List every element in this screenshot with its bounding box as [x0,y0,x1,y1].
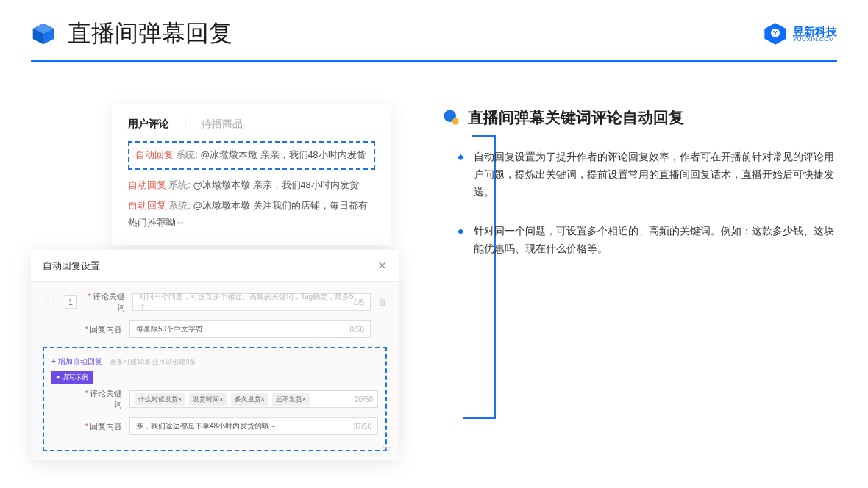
keyword-tag[interactable]: 多久发货× [231,393,268,406]
system-label: 系统: [176,150,197,160]
system-label: 系统: [168,180,190,190]
content-label: *回复内容 [81,324,122,335]
auto-reply-badge: 自动回复 [128,180,166,190]
settings-title: 自动回复设置 [43,259,100,273]
bullet-item: 自动回复设置为了提升作者的评论回复效率，作者可在开播前针对常见的评论用户问题，提… [458,148,837,201]
eg-content-label: *回复内容 [81,421,122,432]
brand-block: Y 昱新科技 YUUXIN.COM [764,22,837,46]
header-divider [31,60,837,62]
comment-row: 自动回复 系统: @冰墩墩本墩 亲亲，我们48小时内发货 [128,177,375,194]
comment-panel: 用户评论 | 待播商品 自动回复 系统: @冰墩墩本墩 亲亲，我们48小时内发货… [112,104,391,245]
auto-reply-badge: 自动回复 [135,150,174,160]
example-block: + 增加自动回复 最多可建10条 还可以创建9条 ● 填写示例 *评论关键词 什… [43,347,387,451]
keyword-label: *评论关键词 [84,291,125,313]
page-title: 直播间弹幕回复 [68,18,232,50]
add-hint: 最多可建10条 还可以创建9条 [110,358,196,365]
comment-row: 自动回复 系统: @冰墩墩本墩 关注我们的店铺，每日都有热门推荐呦～ [128,198,375,231]
section-title: 直播间弹幕关键词评论自动回复 [468,107,684,128]
page-header: 直播间弹幕回复 Y 昱新科技 YUUXIN.COM [0,0,868,50]
connector-line [463,417,496,419]
example-badge: ● 填写示例 [51,371,93,384]
add-auto-reply-link[interactable]: + 增加自动回复 [51,357,102,365]
close-icon[interactable]: ✕ [377,259,387,273]
svg-point-3 [452,118,459,125]
chat-bubble-icon [443,109,460,126]
outer-counter: /50 [382,445,391,453]
comment-text: @冰墩墩本墩 亲亲，我们48小时内发货 [200,150,366,160]
tab-user-comments[interactable]: 用户评论 [128,118,169,131]
auto-reply-badge: 自动回复 [128,201,166,211]
brand-name: 昱新科技 [793,26,837,37]
keyword-tag[interactable]: 还不发货× [272,393,310,406]
brand-sub: YUUXIN.COM [793,37,837,43]
keyword-input[interactable]: 对同一个问题，可设置多个相近、高频的关键词，Tag确定，最多5个 0/5 [132,293,371,311]
content-input[interactable]: 每条限50个中文字符 0/50 [129,320,371,338]
tab-pending-goods[interactable]: 待播商品 [202,118,243,131]
eg-tag-group: 什么时候发货×发货时间×多久发货×还不发货× [135,393,312,406]
bullet-item: 针对同一个问题，可设置多个相近的、高频的关键词。例如：这款多少钱、这块能优惠吗、… [458,223,837,258]
cube-icon [31,21,56,46]
right-explanation: 直播间弹幕关键词评论自动回复 自动回复设置为了提升作者的评论回复效率，作者可在开… [443,104,837,280]
eg-keyword-input[interactable]: 什么时候发货×发货时间×多久发货×还不发货× 20/50 [129,390,378,408]
brand-logo-icon: Y [764,22,787,46]
keyword-tag[interactable]: 什么时候发货× [135,393,185,406]
connector-line [472,135,496,137]
svg-text:Y: Y [773,29,778,37]
left-illustration: 用户评论 | 待播商品 自动回复 系统: @冰墩墩本墩 亲亲，我们48小时内发货… [31,104,399,280]
row-number: 1 [65,295,77,309]
drag-handle-icon[interactable]: ⋮⋮ [43,298,57,306]
comment-text: @冰墩墩本墩 亲亲，我们48小时内发货 [193,180,358,190]
system-label: 系统: [168,201,190,211]
eg-content-input[interactable]: 亲，我们这边都是下单48小时内发货的哦～ 37/50 [129,417,378,435]
auto-reply-settings-panel: 自动回复设置 ✕ ⋮⋮ 1 *评论关键词 对同一个问题，可设置多个相近、高频的关… [31,250,399,460]
comment-row-highlighted: 自动回复 系统: @冰墩墩本墩 亲亲，我们48小时内发货 [128,141,375,170]
eg-keyword-label: *评论关键词 [81,388,122,410]
delete-icon[interactable]: 🗑 [378,297,387,307]
tab-separator: | [184,118,187,131]
keyword-tag[interactable]: 发货时间× [189,393,227,406]
